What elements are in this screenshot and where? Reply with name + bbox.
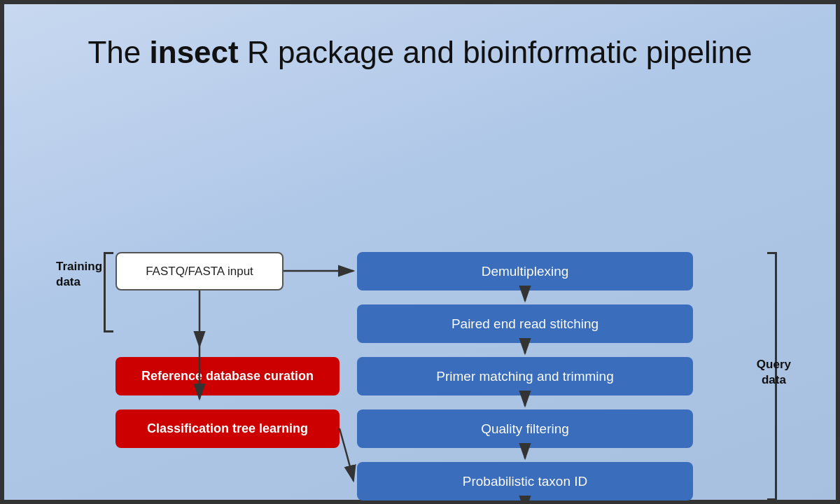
diagram: Training data FASTQ/FASTA input Referenc… <box>56 122 784 469</box>
training-data-label: Training data <box>56 259 102 290</box>
title-suffix: R package and bioinformatic pipeline <box>247 35 752 69</box>
quality-box: Quality filtering <box>357 410 693 448</box>
title-bold: insect <box>150 35 239 69</box>
paired-box: Paired end read stitching <box>357 304 693 343</box>
prob-taxon-box: Probabilistic taxon ID <box>357 462 693 500</box>
input-box: FASTQ/FASTA input <box>115 252 284 290</box>
class-tree-box: Classification tree learning <box>115 410 340 448</box>
ref-db-box: Reference database curation <box>115 357 340 396</box>
primer-box: Primer matching and trimming <box>357 357 693 396</box>
page-title: The insect R package and bioinformatic p… <box>0 35 840 70</box>
query-data-label: Query data <box>757 357 791 388</box>
training-bracket <box>104 252 113 332</box>
demux-box: Demultiplexing <box>357 252 693 290</box>
